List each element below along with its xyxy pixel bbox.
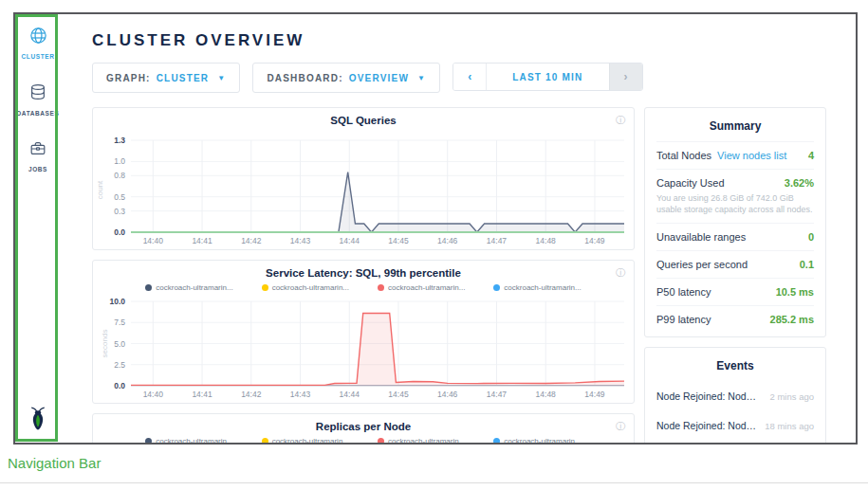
main-content: CLUSTER OVERVIEW GRAPH: CLUSTER ▼ DASHBO… [61,14,856,443]
time-range-selector: ‹ LAST 10 MIN › [452,63,642,91]
svg-text:0.0: 0.0 [114,227,125,237]
svg-text:14:46: 14:46 [437,390,458,399]
info-icon[interactable]: ⓘ [616,266,625,280]
svg-text:2.5: 2.5 [114,360,125,370]
sidebar-item-label: CLUSTER [22,53,55,60]
events-panel: Events Node Rejoined: Node 4 rej...2 min… [644,347,826,445]
charts-column: SQL Queries ⓘ 14:4014:4114:4214:4314:441… [92,107,635,445]
svg-text:1.3: 1.3 [114,136,125,145]
summary-row: Total NodesView nodes list4 [656,141,814,169]
chart-legend: cockroach-ultramarin...cockroach-ultrama… [93,437,634,445]
summary-row: Capacity Used3.62%You are using 26.8 GiB… [656,169,814,223]
svg-text:7.5: 7.5 [114,318,125,327]
legend-item[interactable]: cockroach-ultramarin... [145,437,232,445]
legend-dot [145,438,152,445]
chevron-down-icon: ▼ [417,74,426,82]
legend-dot [262,438,268,445]
event-row[interactable]: Node Rejoined: Node 4 rej...2 mins ago [656,381,814,410]
time-range-prev-button[interactable]: ‹ [453,64,487,90]
dashboard-dropdown-label: DASHBOARD: [267,73,342,83]
legend-item[interactable]: cockroach-ultramarin... [262,437,349,445]
summary-row-value: 10.5 ms [776,286,814,298]
legend-item[interactable]: cockroach-ultramarin... [378,283,465,292]
summary-row-value: 0 [808,231,814,243]
summary-row-label: Unavailable ranges [656,231,746,243]
svg-text:14:41: 14:41 [192,236,212,245]
summary-row: P50 latency10.5 ms [656,278,814,305]
svg-text:1.0: 1.0 [114,156,125,166]
toolbar: GRAPH: CLUSTER ▼ DASHBOARD: OVERVIEW ▼ ‹… [92,63,826,93]
summary-row-label: P99 latency [656,314,711,325]
legend-label: cockroach-ultramarin... [388,283,465,292]
svg-text:14:46: 14:46 [437,236,458,245]
chart-panel-replicas-per-node: Replicas per Node ⓘ cockroach-ultramarin… [92,413,635,445]
annotation-caption: Navigation Bar [8,455,101,471]
summary-row-label: P50 latency [656,286,711,298]
sidebar-item-jobs[interactable]: JOBS [28,139,47,172]
event-text: Node Rejoined: Node 4 rej... [656,390,761,402]
dashboard-dropdown[interactable]: DASHBOARD: OVERVIEW ▼ [252,63,440,93]
event-time: 18 mins ago [765,421,814,431]
service-latency-chart[interactable]: 14:4014:4114:4214:4314:4414:4514:4614:47… [93,295,632,401]
summary-row: P99 latency285.2 ms [656,305,814,333]
svg-text:0.5: 0.5 [114,192,125,202]
sidebar-item-databases[interactable]: DATABASES [17,82,60,117]
summary-row-value: 4 [808,150,814,161]
legend-dot [493,438,500,445]
chart-title: Replicas per Node [93,421,634,432]
summary-row-note: You are using 26.8 GiB of 742.0 GiB usab… [656,192,814,215]
svg-text:14:40: 14:40 [143,236,164,245]
legend-dot [378,438,384,445]
page-divider [0,482,868,483]
svg-text:0.0: 0.0 [114,381,125,390]
event-row[interactable]: Node Rejoined: Node 2 rej...31 mins ago [656,440,814,445]
chart-legend: cockroach-ultramarin...cockroach-ultrama… [93,283,634,292]
graph-dropdown[interactable]: GRAPH: CLUSTER ▼ [92,63,240,93]
view-nodes-link[interactable]: View nodes list [717,150,786,161]
summary-panel: Summary Total NodesView nodes list4Capac… [644,107,826,337]
chart-panel-service-latency: Service Latency: SQL, 99th percentile ⓘ … [92,260,635,404]
sidebar-item-label: DATABASES [17,110,60,117]
legend-dot [378,284,384,291]
legend-item[interactable]: cockroach-ultramarin... [493,283,581,292]
event-row[interactable]: Node Rejoined: Node 3 rej...18 mins ago [656,410,814,440]
graph-dropdown-label: GRAPH: [106,73,151,83]
graph-dropdown-value: CLUSTER [157,73,210,83]
svg-text:14:42: 14:42 [241,390,262,399]
chart-panel-sql-queries: SQL Queries ⓘ 14:4014:4114:4214:4314:441… [92,107,635,250]
app-window: CLUSTER DATABASES JOBS [13,12,858,445]
legend-dot [262,284,268,291]
svg-text:14:40: 14:40 [143,390,164,399]
summary-row: Unavailable ranges0 [656,223,814,250]
dashboard-content: SQL Queries ⓘ 14:4014:4114:4214:4314:441… [92,107,826,445]
sql-queries-chart[interactable]: 14:4014:4114:4214:4314:4414:4514:4614:47… [93,134,632,247]
svg-text:10.0: 10.0 [109,297,125,306]
info-icon[interactable]: ⓘ [616,420,625,433]
sidebar-item-label: JOBS [28,166,47,172]
legend-label: cockroach-ultramarin... [272,283,349,292]
chevron-down-icon: ▼ [217,74,226,82]
summary-row-value: 3.62% [785,177,814,189]
documentation-page: CLUSTER DATABASES JOBS [0,0,868,490]
svg-text:14:43: 14:43 [290,236,311,245]
legend-label: cockroach-ultramarin... [504,283,581,292]
summary-row-value: 285.2 ms [770,314,814,325]
database-icon [28,82,47,102]
legend-label: cockroach-ultramarin... [272,437,349,445]
legend-item[interactable]: cockroach-ultramarin... [493,437,581,445]
info-icon[interactable]: ⓘ [616,114,625,127]
time-range-label[interactable]: LAST 10 MIN [487,64,608,90]
time-range-next-button[interactable]: › [609,64,642,90]
summary-rows: Total NodesView nodes list4Capacity Used… [656,141,814,333]
svg-text:14:49: 14:49 [584,236,605,245]
legend-label: cockroach-ultramarin... [504,437,581,445]
legend-label: cockroach-ultramarin... [388,437,465,445]
sidebar-item-cluster[interactable]: CLUSTER [22,26,55,60]
chart-title: SQL Queries [93,115,634,126]
page-title: CLUSTER OVERVIEW [92,31,826,50]
legend-item[interactable]: cockroach-ultramarin... [378,437,465,445]
legend-item[interactable]: cockroach-ultramarin... [262,283,349,292]
legend-item[interactable]: cockroach-ultramarin... [145,283,232,292]
cockroachdb-logo[interactable] [27,406,49,435]
briefcase-icon [28,139,47,158]
